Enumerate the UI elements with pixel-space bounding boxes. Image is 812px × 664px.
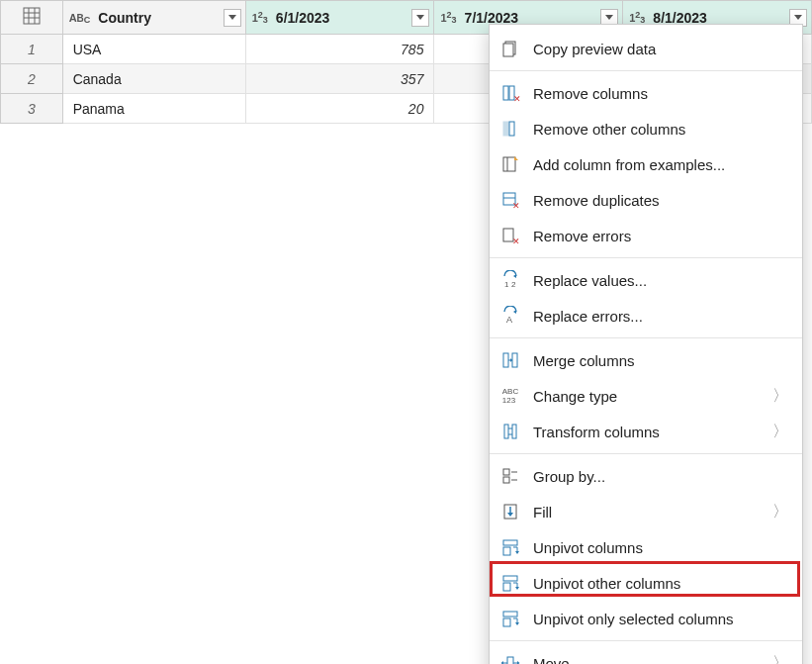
menu-label: Merge columns	[533, 352, 788, 369]
svg-rect-33	[503, 469, 509, 475]
menu-copy-preview-data[interactable]: Copy preview data	[490, 31, 802, 66]
menu-separator	[490, 337, 802, 338]
remove-duplicates-icon: ✕	[499, 189, 521, 211]
menu-separator	[490, 453, 802, 454]
chevron-right-icon: 〉	[772, 502, 788, 522]
fill-icon	[499, 501, 521, 522]
menu-remove-columns[interactable]: ✕ Remove columns	[490, 75, 802, 111]
unpivot-icon	[499, 536, 521, 558]
svg-rect-47	[503, 618, 510, 626]
svg-text:A: A	[506, 315, 512, 325]
svg-marker-48	[515, 622, 519, 625]
svg-rect-26	[512, 353, 517, 367]
svg-rect-30	[512, 425, 516, 438]
menu-label: Unpivot only selected columns	[533, 611, 788, 627]
menu-unpivot-columns[interactable]: Unpivot columns	[490, 529, 802, 565]
merge-columns-icon	[499, 349, 521, 371]
menu-label: Remove errors	[533, 228, 788, 244]
svg-rect-46	[503, 612, 517, 617]
menu-label: Replace values...	[533, 272, 788, 289]
type-badge-number-icon: 123	[440, 12, 456, 24]
chevron-right-icon: 〉	[772, 386, 788, 407]
menu-label: Remove duplicates	[533, 192, 788, 209]
svg-rect-7	[503, 86, 508, 100]
cell-country[interactable]: USA	[62, 35, 245, 64]
svg-rect-44	[503, 583, 510, 591]
add-column-icon	[499, 153, 521, 175]
menu-label: Remove other columns	[533, 121, 788, 138]
svg-rect-43	[503, 576, 517, 581]
menu-label: Copy preview data	[533, 41, 788, 57]
svg-marker-20	[513, 274, 516, 278]
copy-icon	[499, 38, 521, 59]
menu-remove-duplicates[interactable]: ✕ Remove duplicates	[490, 182, 802, 218]
column-name: Country	[94, 10, 219, 26]
cell-d1[interactable]: 20	[245, 94, 434, 124]
replace-errors-icon: A	[499, 305, 521, 327]
move-icon	[499, 652, 521, 664]
svg-rect-0	[24, 8, 40, 24]
svg-text:✕: ✕	[512, 201, 520, 210]
menu-move[interactable]: Move 〉	[490, 645, 802, 664]
svg-marker-39	[507, 513, 513, 517]
column-header-country[interactable]: ABC Country	[62, 1, 245, 35]
cell-d1[interactable]: 357	[245, 64, 434, 94]
menu-label: Change type	[533, 388, 761, 405]
transform-columns-icon	[499, 421, 521, 442]
svg-text:2: 2	[511, 280, 516, 289]
table-icon	[23, 7, 41, 28]
cell-country[interactable]: Canada	[62, 64, 245, 94]
menu-label: Remove columns	[533, 85, 788, 102]
svg-marker-23	[513, 310, 516, 314]
cell-d1[interactable]: 785	[245, 35, 434, 64]
svg-rect-29	[504, 425, 508, 438]
cell-country[interactable]: Panama	[62, 94, 245, 124]
svg-marker-14	[514, 156, 518, 160]
svg-rect-34	[503, 477, 509, 483]
column-filter-button[interactable]	[224, 9, 241, 27]
menu-change-type[interactable]: ABC 123 Change type 〉	[490, 378, 802, 414]
svg-rect-25	[503, 353, 508, 367]
type-badge-number-icon: 123	[252, 12, 268, 24]
menu-label: Unpivot other columns	[533, 575, 788, 592]
remove-columns-icon: ✕	[499, 82, 521, 104]
menu-group-by[interactable]: Group by...	[490, 458, 802, 494]
select-all-corner[interactable]	[1, 1, 63, 35]
menu-add-column-from-examples[interactable]: Add column from examples...	[490, 146, 802, 182]
column-name: 6/1/2023	[272, 10, 408, 26]
row-number[interactable]: 2	[1, 64, 63, 94]
menu-replace-errors[interactable]: A Replace errors...	[490, 298, 802, 333]
svg-rect-49	[507, 657, 513, 664]
svg-rect-10	[503, 122, 508, 136]
context-menu: Copy preview data ✕ Remove columns Remov…	[489, 24, 803, 664]
column-filter-button[interactable]	[411, 9, 429, 27]
menu-transform-columns[interactable]: Transform columns 〉	[490, 414, 802, 449]
menu-separator	[490, 257, 802, 258]
menu-remove-errors[interactable]: ✕ Remove errors	[490, 218, 802, 253]
chevron-down-icon	[416, 15, 424, 20]
menu-label: Replace errors...	[533, 308, 788, 325]
unpivot-other-icon	[499, 572, 521, 594]
column-header-d1[interactable]: 123 6/1/2023	[245, 1, 434, 35]
menu-merge-columns[interactable]: Merge columns	[490, 342, 802, 378]
row-number[interactable]: 3	[1, 94, 63, 124]
menu-label: Move	[533, 655, 761, 665]
svg-rect-41	[503, 547, 510, 555]
menu-unpivot-only-selected-columns[interactable]: Unpivot only selected columns	[490, 601, 802, 636]
row-number[interactable]: 1	[1, 35, 63, 64]
change-type-icon: ABC 123	[499, 385, 521, 407]
svg-text:✕: ✕	[513, 94, 520, 103]
menu-label: Transform columns	[533, 424, 761, 440]
menu-replace-values[interactable]: 12 Replace values...	[490, 262, 802, 298]
chevron-right-icon: 〉	[772, 422, 788, 442]
svg-text:✕: ✕	[512, 237, 520, 245]
chevron-down-icon	[605, 15, 613, 20]
menu-unpivot-other-columns[interactable]: Unpivot other columns	[490, 565, 802, 601]
chevron-down-icon	[794, 15, 802, 20]
menu-fill[interactable]: Fill 〉	[490, 494, 802, 529]
menu-remove-other-columns[interactable]: Remove other columns	[490, 111, 802, 146]
svg-marker-42	[515, 551, 519, 554]
menu-label: Fill	[533, 504, 761, 521]
svg-rect-12	[503, 157, 515, 171]
remove-other-columns-icon	[499, 118, 521, 140]
